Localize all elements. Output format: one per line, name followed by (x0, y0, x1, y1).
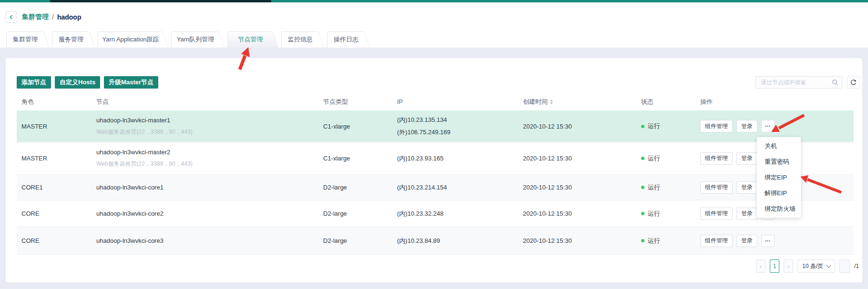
cell-role: CORE (21, 237, 96, 244)
next-page-button[interactable]: › (784, 259, 793, 273)
more-actions-button[interactable]: ••• (761, 120, 775, 132)
cell-role: CORE (21, 210, 96, 217)
menu-item-bind-eip[interactable]: 绑定EIP (757, 169, 801, 185)
context-menu: 关机 重置密码 绑定EIP 解绑EIP 绑定防火墙 (757, 137, 801, 218)
node-management-panel: 添加节点 自定义Hosts 升级Master节点 (6, 58, 862, 282)
prev-page-button[interactable]: ‹ (756, 259, 766, 273)
component-manage-button[interactable]: 组件管理 (700, 208, 733, 220)
breadcrumb-separator: / (52, 13, 54, 21)
page: 集群管理 / hadoop 集群管理 服务管理 Yarn Application… (0, 0, 868, 289)
tab-monitoring-info[interactable]: 监控信息 (281, 31, 324, 48)
more-actions-button[interactable]: ••• (761, 235, 775, 247)
refresh-button[interactable] (847, 76, 859, 89)
cell-status: 运行 (641, 122, 700, 130)
tab-node-management[interactable]: 节点管理 (227, 31, 278, 48)
breadcrumb: 集群管理 / hadoop (22, 13, 81, 21)
cell-node: uhadoop-ln3wvkci-core2 (96, 210, 323, 217)
component-manage-button[interactable]: 组件管理 (700, 235, 733, 247)
status-running-dot (641, 212, 644, 215)
cell-actions: 组件管理 登录 ••• (700, 235, 854, 247)
login-button[interactable]: 登录 (736, 120, 757, 132)
cell-node-type: C1-xlarge (323, 155, 397, 162)
table-row-master2[interactable]: MASTER uhadoop-ln3wvkci-master2 Web服务器推荐… (17, 142, 854, 175)
login-button[interactable]: 登录 (736, 152, 757, 165)
component-manage-button[interactable]: 组件管理 (700, 181, 733, 194)
current-page-button[interactable]: 1 (770, 259, 779, 273)
tab-bar: 集群管理 服务管理 Yarn Application跟踪 Yarn队列管理 节点… (6, 31, 373, 48)
status-running-dot (641, 157, 644, 160)
login-button[interactable]: 登录 (736, 235, 757, 247)
tab-yarn-queue-management[interactable]: Yarn队列管理 (171, 31, 225, 48)
cell-actions: 组件管理 登录 ••• (700, 120, 854, 132)
menu-item-unbind-eip[interactable]: 解绑EIP (757, 185, 801, 201)
cell-status: 运行 (641, 183, 700, 192)
cell-ip: (内)10.23.84.89 (397, 235, 523, 247)
menu-item-bind-firewall[interactable]: 绑定防火墙 (757, 201, 801, 217)
status-running-dot (641, 239, 644, 242)
cell-role: MASTER (21, 123, 96, 130)
header-created: 创建时间 (523, 98, 641, 106)
login-button[interactable]: 登录 (736, 181, 757, 194)
table-row-master1[interactable]: MASTER uhadoop-ln3wvkci-master1 Web服务器推荐… (17, 110, 854, 142)
header-actions: 操作 (700, 98, 854, 106)
tab-yarn-application-trace[interactable]: Yarn Application跟踪 (98, 31, 168, 48)
menu-item-shutdown[interactable]: 关机 (757, 138, 801, 154)
header-role: 角色 (21, 98, 96, 106)
tab-cluster-management[interactable]: 集群管理 (6, 31, 49, 48)
cell-node: uhadoop-ln3wvkci-core1 (96, 184, 323, 191)
add-node-button[interactable]: 添加节点 (17, 76, 51, 89)
cell-created: 2020-10-12 15:30 (523, 210, 641, 217)
cell-node-type: D2-large (323, 237, 397, 244)
header-ip: IP (397, 98, 523, 105)
menu-item-reset-password[interactable]: 重置密码 (757, 154, 801, 169)
status-running-dot (641, 125, 644, 128)
page-header: 集群管理 / hadoop 集群管理 服务管理 Yarn Application… (0, 2, 868, 48)
cell-node: uhadoop-ln3wvkci-master2 Web服务器推荐(22，338… (96, 149, 323, 168)
cell-status: 运行 (641, 209, 700, 218)
cell-role: CORE1 (21, 184, 96, 191)
tab-operation-log[interactable]: 操作日志 (327, 31, 370, 48)
cell-status: 运行 (641, 154, 700, 163)
total-pages-label: /1 (854, 263, 859, 269)
refresh-icon (850, 79, 857, 86)
cell-node-type: C1-xlarge (323, 123, 397, 130)
search-icon[interactable] (832, 79, 838, 86)
header-node: 节点 (96, 98, 323, 106)
upgrade-master-button[interactable]: 升级Master节点 (104, 76, 158, 89)
node-web-ports-note: Web服务器推荐(22，3389，80，443) (96, 160, 323, 168)
cell-node-type: D2-large (323, 184, 397, 191)
custom-hosts-button[interactable]: 自定义Hosts (55, 76, 100, 89)
login-button[interactable]: 登录 (736, 208, 757, 220)
chevron-left-icon (8, 14, 15, 20)
header-node-type: 节点类型 (323, 98, 397, 106)
breadcrumb-current-cluster: hadoop (57, 13, 82, 21)
cell-ip: (内)10.23.135.134 (外)106.75.249.169 (397, 114, 523, 139)
node-web-ports-note: Web服务器推荐(22，3389，80，443) (96, 128, 323, 136)
cell-ip: (内)10.23.93.165 (397, 152, 523, 165)
breadcrumb-cluster-management[interactable]: 集群管理 (22, 13, 49, 21)
page-size-select[interactable]: 10 条/页 (797, 259, 835, 273)
table-row-core2[interactable]: CORE uhadoop-ln3wvkci-core2 D2-large (内)… (17, 200, 854, 227)
page-jump-input[interactable] (839, 259, 850, 273)
cell-status: 运行 (641, 237, 700, 245)
table-header-row: 角色 节点 节点类型 IP 创建时间 状态 操作 (17, 93, 854, 110)
tab-service-management[interactable]: 服务管理 (52, 31, 95, 48)
sort-icon[interactable] (550, 100, 553, 104)
component-manage-button[interactable]: 组件管理 (700, 120, 733, 132)
cell-node: uhadoop-ln3wvkci-core3 (96, 237, 323, 244)
cell-node-type: D2-large (323, 210, 397, 217)
search-box (756, 76, 842, 89)
cell-ip: (内)10.23.32.248 (397, 208, 523, 220)
cell-ip: (内)10.23.214.154 (397, 181, 523, 194)
chevron-down-icon (827, 263, 831, 268)
cell-created: 2020-10-12 15:30 (523, 155, 641, 162)
search-input[interactable] (756, 76, 842, 89)
back-button[interactable] (6, 11, 17, 23)
cell-created: 2020-10-12 15:30 (523, 237, 641, 244)
toolbar: 添加节点 自定义Hosts 升级Master节点 (17, 76, 859, 89)
status-running-dot (641, 186, 644, 189)
pagination: ‹ 1 › 10 条/页 /1 (756, 259, 859, 273)
table-row-core1[interactable]: CORE1 uhadoop-ln3wvkci-core1 D2-large (内… (17, 175, 854, 200)
table-row-core3[interactable]: CORE uhadoop-ln3wvkci-core3 D2-large (内)… (17, 227, 854, 255)
component-manage-button[interactable]: 组件管理 (700, 152, 733, 165)
